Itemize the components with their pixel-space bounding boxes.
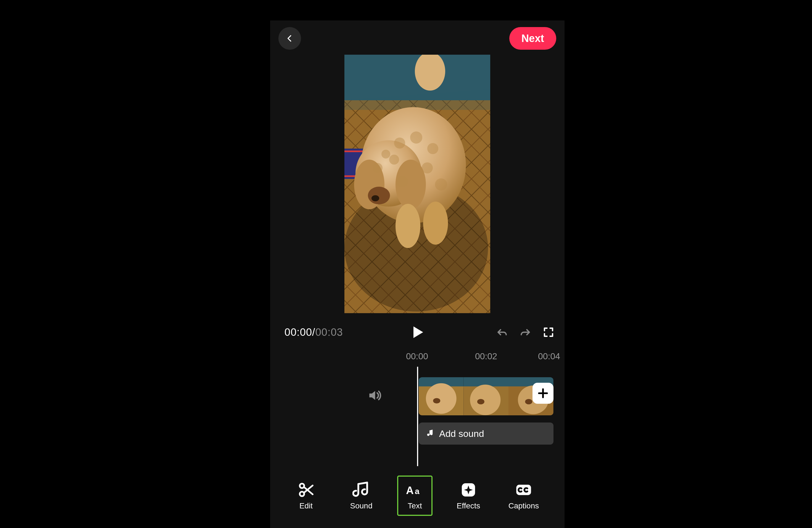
video-preview[interactable] — [344, 55, 490, 313]
scissors-icon — [297, 481, 315, 499]
tool-overlay[interactable]: Ove — [560, 481, 565, 510]
tool-effects[interactable]: Effects — [449, 481, 488, 510]
fullscreen-button[interactable] — [542, 326, 555, 338]
tick-label: 00:04 — [538, 351, 560, 362]
header-bar: Next — [270, 20, 565, 51]
svg-text:A: A — [406, 484, 414, 496]
svg-point-31 — [470, 385, 501, 415]
svg-point-15 — [423, 202, 448, 245]
svg-point-18 — [427, 143, 438, 154]
preview-frame-image — [344, 55, 490, 313]
text-icon: A a — [406, 481, 424, 499]
clip-thumbnail — [464, 377, 509, 415]
svg-point-32 — [477, 399, 484, 405]
bottom-toolbar: Edit Sound A a Text — [270, 473, 565, 528]
playback-time: 00:00/00:03 — [285, 326, 343, 338]
tool-sound[interactable]: Sound — [342, 481, 381, 510]
add-clip-button[interactable] — [533, 383, 553, 404]
sparkle-icon — [460, 481, 477, 499]
svg-point-36 — [525, 399, 533, 405]
svg-point-23 — [373, 163, 382, 173]
volume-button[interactable] — [367, 388, 382, 403]
svg-point-20 — [422, 162, 433, 173]
svg-point-19 — [389, 155, 399, 165]
chevron-left-icon — [286, 34, 294, 43]
svg-point-14 — [395, 204, 420, 248]
plus-icon — [537, 387, 549, 399]
tool-captions[interactable]: Captions — [504, 481, 543, 510]
svg-point-22 — [381, 150, 390, 159]
next-button[interactable]: Next — [509, 27, 556, 50]
tool-text[interactable]: A a Text — [397, 475, 433, 516]
play-button[interactable] — [410, 324, 425, 340]
preview-area — [270, 55, 565, 313]
svg-point-11 — [368, 187, 390, 204]
redo-button[interactable] — [519, 326, 532, 338]
tool-label: Text — [408, 501, 422, 510]
playback-separator: / — [312, 326, 315, 338]
add-sound-track[interactable]: Add sound — [419, 423, 553, 444]
playback-duration: 00:03 — [315, 326, 343, 338]
captions-icon — [515, 481, 533, 499]
svg-point-24 — [397, 176, 408, 187]
tool-label: Captions — [508, 501, 539, 510]
clip-thumbnail — [419, 377, 464, 415]
music-note-icon — [425, 429, 434, 438]
svg-point-12 — [372, 195, 379, 201]
fullscreen-icon — [542, 326, 555, 338]
play-icon — [410, 324, 425, 340]
svg-point-27 — [426, 383, 456, 414]
tick-label: 00:00 — [406, 351, 428, 362]
timeline[interactable]: 00:00 00:02 00:04 — [270, 350, 565, 466]
tick-label: 00:02 — [475, 351, 497, 362]
playhead[interactable] — [417, 367, 418, 466]
video-editor-screen: Next — [270, 20, 565, 528]
svg-point-28 — [433, 398, 440, 404]
svg-point-21 — [435, 178, 447, 191]
svg-point-16 — [394, 137, 405, 149]
undo-icon — [496, 326, 508, 338]
next-button-label: Next — [521, 33, 544, 44]
playback-current: 00:00 — [285, 326, 312, 338]
svg-point-17 — [410, 131, 422, 144]
add-sound-label: Add sound — [439, 428, 484, 439]
music-icon — [352, 481, 370, 499]
tool-label: Effects — [456, 501, 480, 510]
tool-label: Sound — [350, 501, 373, 510]
timeline-ruler: 00:00 00:02 00:04 — [270, 350, 565, 363]
svg-text:a: a — [415, 487, 420, 496]
tool-label: Edit — [300, 501, 313, 510]
redo-icon — [519, 326, 532, 338]
tool-edit[interactable]: Edit — [287, 481, 325, 510]
back-button[interactable] — [278, 27, 301, 50]
volume-icon — [367, 388, 382, 403]
undo-button[interactable] — [496, 326, 508, 338]
playback-controls: 00:00/00:03 — [270, 317, 565, 348]
